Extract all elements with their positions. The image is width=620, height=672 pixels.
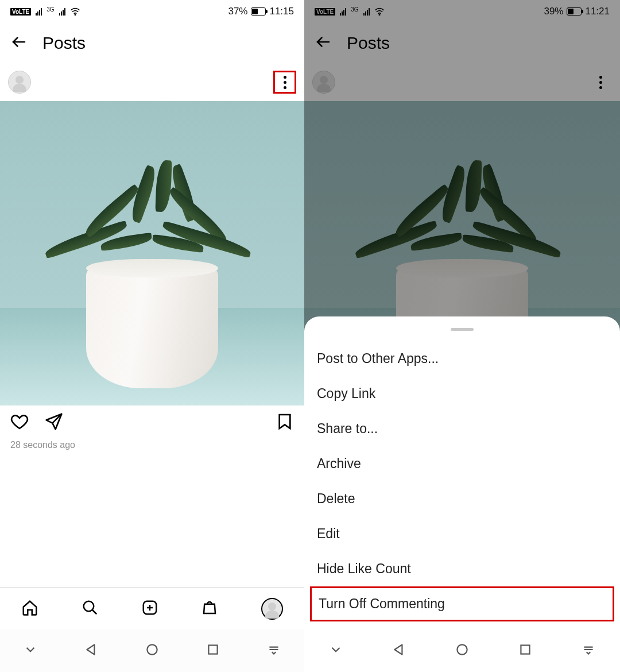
sheet-item-archive[interactable]: Archive — [304, 446, 620, 481]
nav-drawer-icon[interactable] — [266, 642, 281, 659]
nav-back-icon[interactable] — [392, 642, 406, 659]
sheet-item-copy-link[interactable]: Copy Link — [304, 376, 620, 411]
tab-search-icon[interactable] — [82, 599, 99, 619]
sheet-item-share-to[interactable]: Share to... — [304, 411, 620, 446]
nav-chevron-down-icon[interactable] — [328, 642, 343, 659]
bookmark-icon[interactable] — [276, 423, 294, 432]
tab-profile-icon[interactable] — [261, 598, 283, 620]
svg-point-3 — [147, 644, 157, 654]
nav-recent-icon[interactable] — [518, 642, 533, 659]
like-icon[interactable] — [10, 412, 29, 433]
tab-shop-icon[interactable] — [201, 599, 218, 619]
post-actions — [0, 405, 304, 440]
status-left: VoLTE 3G — [10, 7, 80, 16]
android-navbar — [304, 629, 620, 672]
svg-point-1 — [83, 601, 94, 611]
post-image[interactable] — [0, 101, 304, 405]
nav-chevron-down-icon[interactable] — [23, 642, 38, 659]
more-options-button[interactable] — [273, 71, 296, 94]
nav-drawer-icon[interactable] — [581, 642, 596, 659]
share-icon[interactable] — [45, 412, 63, 433]
back-arrow-icon[interactable] — [10, 33, 28, 53]
page-title: Posts — [42, 33, 86, 53]
nav-home-icon[interactable] — [455, 642, 470, 659]
app-header: Posts — [0, 23, 304, 63]
phone-right: VoLTE 3G 39% 11:21 Posts — [304, 0, 620, 672]
nav-back-icon[interactable] — [84, 642, 99, 659]
tab-create-icon[interactable] — [141, 599, 158, 619]
svg-point-0 — [75, 14, 76, 16]
options-bottom-sheet: Post to Other Apps...Copy LinkShare to..… — [304, 316, 620, 629]
bottom-tabbar — [0, 587, 304, 629]
sheet-item-edit[interactable]: Edit — [304, 516, 620, 551]
sheet-item-turn-off-commenting[interactable]: Turn Off Commenting — [310, 586, 614, 621]
sheet-item-delete[interactable]: Delete — [304, 481, 620, 516]
signal-icon-2 — [59, 7, 65, 16]
post-header — [0, 63, 304, 101]
svg-rect-4 — [208, 645, 217, 654]
sheet-item-post-to-other-apps[interactable]: Post to Other Apps... — [304, 341, 620, 376]
clock: 11:15 — [269, 6, 294, 17]
signal-icon-1 — [36, 7, 42, 16]
status-right: 37% 11:15 — [228, 6, 294, 17]
post-timestamp: 28 seconds ago — [0, 440, 304, 450]
svg-rect-7 — [521, 645, 529, 654]
avatar[interactable] — [8, 71, 31, 94]
wifi-icon — [70, 7, 80, 16]
sheet-handle[interactable] — [451, 328, 474, 331]
nav-recent-icon[interactable] — [206, 642, 220, 659]
status-bar: VoLTE 3G 37% 11:15 — [0, 0, 304, 23]
phone-left: VoLTE 3G 37% 11:15 Posts — [0, 0, 304, 672]
volte-badge: VoLTE — [10, 8, 31, 16]
sheet-item-hide-like-count[interactable]: Hide Like Count — [304, 551, 620, 586]
svg-point-6 — [457, 644, 467, 654]
network-type: 3G — [46, 6, 54, 13]
battery-icon — [251, 7, 266, 16]
battery-percent: 37% — [228, 6, 247, 17]
android-navbar — [0, 629, 304, 672]
tab-home-icon[interactable] — [21, 599, 38, 619]
nav-home-icon[interactable] — [145, 642, 160, 659]
